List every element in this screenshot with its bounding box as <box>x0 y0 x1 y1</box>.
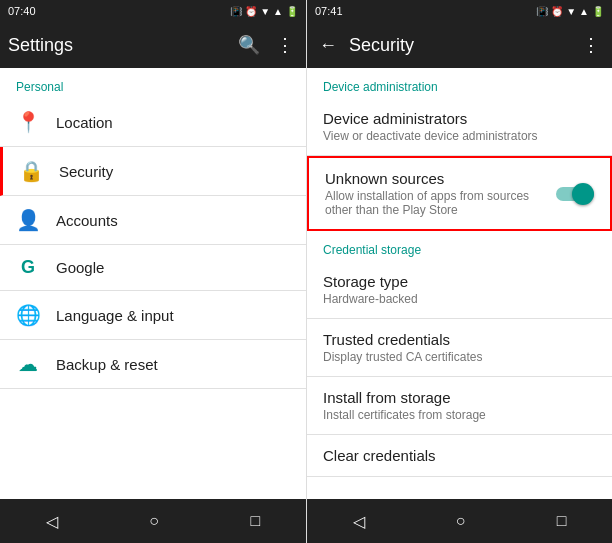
trusted-credentials-item[interactable]: Trusted credentials Display trusted CA c… <box>307 319 612 377</box>
device-admin-section-label: Device administration <box>307 68 612 98</box>
language-icon: 🌐 <box>16 303 40 327</box>
right-nav-bar: ◁ ○ □ <box>307 499 612 543</box>
backup-icon: ☁ <box>16 352 40 376</box>
trusted-credentials-subtitle: Display trusted CA certificates <box>323 350 482 364</box>
right-status-icons: 📳 ⏰ ▼ ▲ 🔋 <box>536 6 604 17</box>
device-admins-content: Device administrators View or deactivate… <box>323 110 538 143</box>
left-panel-content: Personal 📍 Location 🔒 Security 👤 Account… <box>0 68 306 499</box>
wifi-icon-r: ▼ <box>566 6 576 17</box>
unknown-sources-toggle[interactable] <box>556 183 594 205</box>
storage-type-item[interactable]: Storage type Hardware-backed <box>307 261 612 319</box>
sidebar-item-location[interactable]: 📍 Location <box>0 98 306 147</box>
install-from-storage-content: Install from storage Install certificate… <box>323 389 486 422</box>
location-icon: 📍 <box>16 110 40 134</box>
right-app-bar: ← Security ⋮ <box>307 22 612 68</box>
right-home-nav-button[interactable]: ○ <box>444 504 478 538</box>
left-time: 07:40 <box>8 5 36 17</box>
personal-section-label: Personal <box>0 68 306 98</box>
google-label: Google <box>56 259 104 276</box>
back-arrow-icon[interactable]: ← <box>315 31 341 60</box>
clear-credentials-item[interactable]: Clear credentials <box>307 435 612 477</box>
storage-type-title: Storage type <box>323 273 418 290</box>
vibrate-icon: 📳 <box>230 6 242 17</box>
right-recents-nav-button[interactable]: □ <box>545 504 579 538</box>
recents-nav-button[interactable]: □ <box>239 504 273 538</box>
security-label: Security <box>59 163 113 180</box>
back-nav-button[interactable]: ◁ <box>34 504 70 539</box>
device-admins-item[interactable]: Device administrators View or deactivate… <box>307 98 612 156</box>
search-icon[interactable]: 🔍 <box>234 30 264 60</box>
credential-storage-section-label: Credential storage <box>307 231 612 261</box>
battery-icon: 🔋 <box>286 6 298 17</box>
storage-type-subtitle: Hardware-backed <box>323 292 418 306</box>
security-title: Security <box>349 35 570 56</box>
unknown-sources-content: Unknown sources Allow installation of ap… <box>325 170 548 217</box>
install-from-storage-title: Install from storage <box>323 389 486 406</box>
clear-credentials-content: Clear credentials <box>323 447 436 464</box>
toggle-thumb <box>572 183 594 205</box>
left-status-bar: 07:40 📳 ⏰ ▼ ▲ 🔋 <box>0 0 306 22</box>
unknown-sources-item[interactable]: Unknown sources Allow installation of ap… <box>307 156 612 231</box>
right-time: 07:41 <box>315 5 343 17</box>
right-status-bar: 07:41 📳 ⏰ ▼ ▲ 🔋 <box>307 0 612 22</box>
right-back-nav-button[interactable]: ◁ <box>341 504 377 539</box>
sidebar-item-accounts[interactable]: 👤 Accounts <box>0 196 306 245</box>
left-status-icons: 📳 ⏰ ▼ ▲ 🔋 <box>230 6 298 17</box>
accounts-icon: 👤 <box>16 208 40 232</box>
accounts-label: Accounts <box>56 212 118 229</box>
left-app-bar: Settings 🔍 ⋮ <box>0 22 306 68</box>
more-options-icon[interactable]: ⋮ <box>272 30 298 60</box>
left-nav-bar: ◁ ○ □ <box>0 499 306 543</box>
install-from-storage-subtitle: Install certificates from storage <box>323 408 486 422</box>
left-panel: 07:40 📳 ⏰ ▼ ▲ 🔋 Settings 🔍 ⋮ Personal 📍 … <box>0 0 306 543</box>
google-icon: G <box>16 257 40 278</box>
language-label: Language & input <box>56 307 174 324</box>
backup-label: Backup & reset <box>56 356 158 373</box>
signal-icon-r: ▲ <box>579 6 589 17</box>
unknown-sources-subtitle: Allow installation of apps from sources … <box>325 189 548 217</box>
signal-icon: ▲ <box>273 6 283 17</box>
device-admins-title: Device administrators <box>323 110 538 127</box>
device-admins-subtitle: View or deactivate device administrators <box>323 129 538 143</box>
storage-type-content: Storage type Hardware-backed <box>323 273 418 306</box>
security-icon: 🔒 <box>19 159 43 183</box>
sidebar-item-language[interactable]: 🌐 Language & input <box>0 291 306 340</box>
alarm-icon: ⏰ <box>245 6 257 17</box>
sidebar-item-google[interactable]: G Google <box>0 245 306 291</box>
wifi-icon: ▼ <box>260 6 270 17</box>
unknown-sources-title: Unknown sources <box>325 170 548 187</box>
alarm-icon-r: ⏰ <box>551 6 563 17</box>
trusted-credentials-title: Trusted credentials <box>323 331 482 348</box>
battery-icon-r: 🔋 <box>592 6 604 17</box>
clear-credentials-title: Clear credentials <box>323 447 436 464</box>
settings-title: Settings <box>8 35 226 56</box>
sidebar-item-security[interactable]: 🔒 Security <box>0 147 306 196</box>
vibrate-icon-r: 📳 <box>536 6 548 17</box>
trusted-credentials-content: Trusted credentials Display trusted CA c… <box>323 331 482 364</box>
location-label: Location <box>56 114 113 131</box>
install-from-storage-item[interactable]: Install from storage Install certificate… <box>307 377 612 435</box>
sidebar-item-backup[interactable]: ☁ Backup & reset <box>0 340 306 389</box>
right-panel: 07:41 📳 ⏰ ▼ ▲ 🔋 ← Security ⋮ Device admi… <box>306 0 612 543</box>
right-more-icon[interactable]: ⋮ <box>578 30 604 60</box>
right-panel-content: Device administration Device administrat… <box>307 68 612 499</box>
home-nav-button[interactable]: ○ <box>137 504 171 538</box>
